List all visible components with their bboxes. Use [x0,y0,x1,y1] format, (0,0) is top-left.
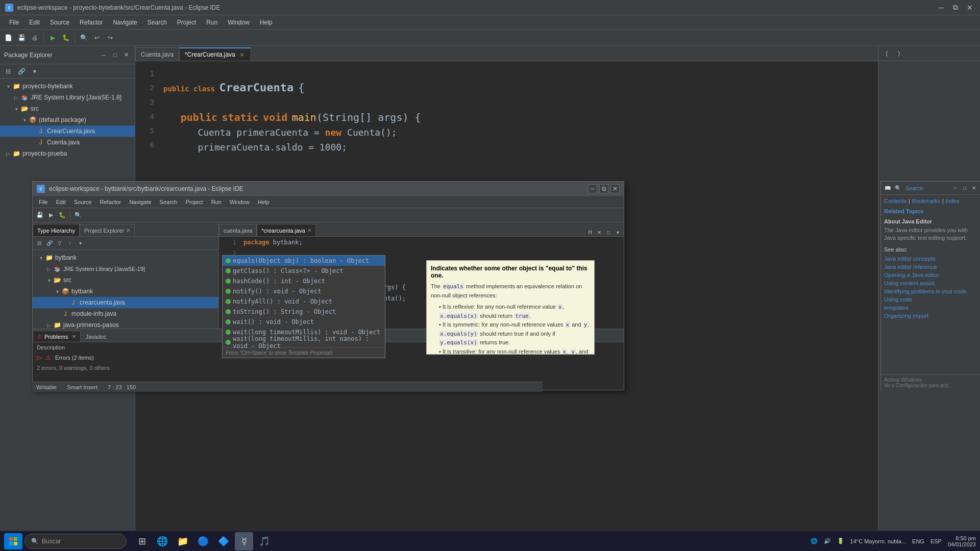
help-link-problems[interactable]: Identifying problems in your code [884,287,977,295]
right-btn-1[interactable]: ⟨ [880,47,893,60]
redo-btn[interactable]: ↪ [104,32,116,44]
right-btn-2[interactable]: ⟩ [893,47,905,60]
help-maximize-btn[interactable]: □ [961,184,969,192]
sw-menu-project[interactable]: Project [181,198,207,206]
sw-restore-btn[interactable]: ⧉ [599,184,608,193]
bookmarks-tab[interactable]: Bookmarks [912,198,940,204]
sw-panel-menu-btn[interactable]: ▾ [614,228,622,236]
expand-arrow[interactable]: ▾ [37,254,45,262]
sw-tree-crearcuenta[interactable]: J crearcuenta.java [33,297,218,308]
help-link-using-code[interactable]: Using code [884,295,977,304]
taskbar-search-box[interactable]: 🔍 Buscar [24,534,127,549]
debug-btn[interactable]: 🐛 [60,32,72,44]
close-panel-btn[interactable]: ✕ [121,51,131,60]
sw-filter-btn[interactable]: ▽ [55,239,64,248]
tree-item-project[interactable]: ▾ 📁 proyecto-bytebank [0,81,135,92]
close-button[interactable]: ✕ [965,3,975,13]
menu-refactor[interactable]: Refactor [75,17,108,28]
ac-item-notifyall[interactable]: notifyAll() : void - Object [223,296,385,307]
sw-menu-search[interactable]: Search [156,198,182,206]
sw-tab-javadoc[interactable]: Javadoc [81,331,111,342]
sw-view-menu-btn[interactable]: ▾ [76,239,85,248]
help-link-reference[interactable]: Java editor reference [884,263,977,271]
expand-arrow[interactable]: ▷ [45,265,53,273]
sw-panel-close-btn[interactable]: ✕ [595,228,603,236]
sw-save-btn[interactable]: 💾 [35,210,45,220]
view-menu-btn[interactable]: ▾ [29,65,41,78]
help-close-btn[interactable]: ✕ [970,184,978,192]
start-button[interactable] [4,533,22,549]
ac-item-wait[interactable]: wait() : void - Object [223,317,385,327]
help-link-organizing[interactable]: Organizing import [884,312,977,320]
sw-tab-close[interactable]: ✕ [126,228,130,233]
menu-search[interactable]: Search [142,17,172,28]
undo-btn[interactable]: ↩ [91,32,103,44]
sw-menu-refactor[interactable]: Refactor [96,198,126,206]
help-link-concepts[interactable]: Java editor concepts [884,255,977,263]
sw-menu-source[interactable]: Source [70,198,96,206]
tab-cuenta[interactable]: Cuenta.java [135,47,179,61]
sw-editor-tab-crearcuenta[interactable]: *crearcuenta.java ✕ [257,224,316,236]
sw-minimize-btn[interactable]: ─ [588,184,597,193]
search-panel-btn[interactable]: 🔍 [893,184,902,193]
error-expand-icon[interactable]: ▷ [37,354,41,361]
sw-panel-maximize-btn[interactable]: □ [604,228,612,236]
sw-menu-edit[interactable]: Edit [52,198,70,206]
ac-item-notify[interactable]: notify() : void - Object [223,286,385,296]
menu-edit[interactable]: Edit [24,17,45,28]
sw-menu-window[interactable]: Window [226,198,254,206]
tab-close-btn[interactable]: ✕ [238,51,246,58]
sw-run-btn[interactable]: ▶ [46,210,56,220]
tree-item-project2[interactable]: ▷ 📁 proyecto-prueba [0,148,135,159]
minimize-panel-btn[interactable]: ─ [99,51,108,60]
sw-tab-hierarchy[interactable]: Type Hierarchy [33,224,80,236]
taskview-btn[interactable]: ⊞ [133,532,151,550]
search-icon[interactable]: 🔍 [78,32,90,44]
sw-close-btn[interactable]: ✕ [610,184,620,193]
ac-item-getclass[interactable]: getClass() : Class<?> - Object [223,266,385,276]
expand-arrow[interactable]: ▷ [4,149,12,158]
menu-file[interactable]: File [4,17,24,28]
sw-tree-bytbank[interactable]: ▾ 📁 bytbank [33,252,218,263]
sw-editor-tab-cuenta[interactable]: cuenta.java [219,224,257,236]
sw-tree-bytbank-pkg[interactable]: ▾ 📦 bytbank [33,286,218,297]
tree-item-src[interactable]: ▾ 📂 src [0,103,135,114]
restore-button[interactable]: ⧉ [950,3,961,13]
chrome-btn[interactable]: 🔵 [194,532,212,550]
eclipse-btn[interactable]: ☿ [235,532,253,550]
sw-editor-tab-close[interactable]: ✕ [307,228,311,233]
expand-arrow[interactable]: ▷ [45,321,53,329]
sw-tree-src[interactable]: ▾ 📂 src [33,274,218,286]
contents-tab[interactable]: Contents [884,198,906,204]
sw-problems-close[interactable]: ✕ [72,334,76,339]
expand-arrow[interactable]: ▷ [12,93,20,102]
ac-item-equals[interactable]: equals(Object obj) : boolean - Object [223,256,385,266]
sw-menu-file[interactable]: File [35,198,52,206]
sw-link-btn[interactable]: 🔗 [45,239,54,248]
new-btn[interactable]: 📄 [2,32,14,44]
minimize-button[interactable]: ─ [936,3,946,13]
ac-item-tostring[interactable]: toString() : String - Object [223,307,385,317]
sw-menu-navigate[interactable]: Navigate [125,198,155,206]
tree-item-jre[interactable]: ▷ 📚 JRE System Library [JavaSE-1.8] [0,92,135,103]
vscode-btn[interactable]: 🔷 [214,532,233,550]
search-label[interactable]: Search [905,185,923,191]
help-link-opening[interactable]: Opening a Java editor [884,271,977,279]
collapse-all-btn[interactable]: ⊟ [2,65,14,78]
sw-menu-help[interactable]: Help [254,198,274,206]
ac-item-hashcode[interactable]: hashCode() : int - Object [223,276,385,286]
tab-crearcuenta[interactable]: *CrearCuenta.java ✕ [179,47,251,61]
menu-navigate[interactable]: Navigate [108,17,142,28]
sw-menu-run[interactable]: Run [207,198,226,206]
tree-item-default-pkg[interactable]: ▾ 📦 (default package) [0,114,135,126]
sw-search-icon[interactable]: 🔍 [73,210,83,220]
expand-arrow[interactable]: ▾ [20,116,29,124]
tree-item-cuenta[interactable]: J Cuenta.java [0,137,135,148]
ac-item-wait-long-int[interactable]: wait(long timeoutMillis, int nanos) : vo… [223,337,385,347]
menu-source[interactable]: Source [45,17,75,28]
help-link-content-assist[interactable]: Using content assist [884,279,977,287]
edge-btn[interactable]: 🌐 [153,532,172,550]
spotify-btn[interactable]: 🎵 [255,532,274,550]
sw-panel-h-btn[interactable]: H [586,228,594,236]
help-link-templates[interactable]: templates [884,304,977,312]
